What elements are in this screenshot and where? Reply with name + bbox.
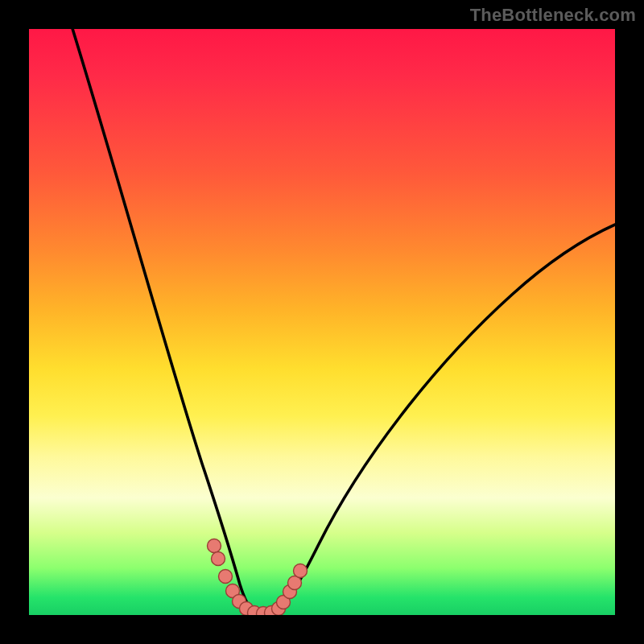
curve-right-branch [277,221,615,612]
curve-marker [219,570,233,584]
plot-area [29,29,615,615]
curve-marker [294,564,308,578]
curve-marker [208,539,221,553]
curve-marker-group [208,539,308,616]
bottleneck-curve [29,29,615,615]
chart-frame: TheBottleneck.com [0,0,644,644]
curve-left-branch [68,29,254,612]
watermark-text: TheBottleneck.com [470,5,636,26]
curve-marker [212,552,225,566]
